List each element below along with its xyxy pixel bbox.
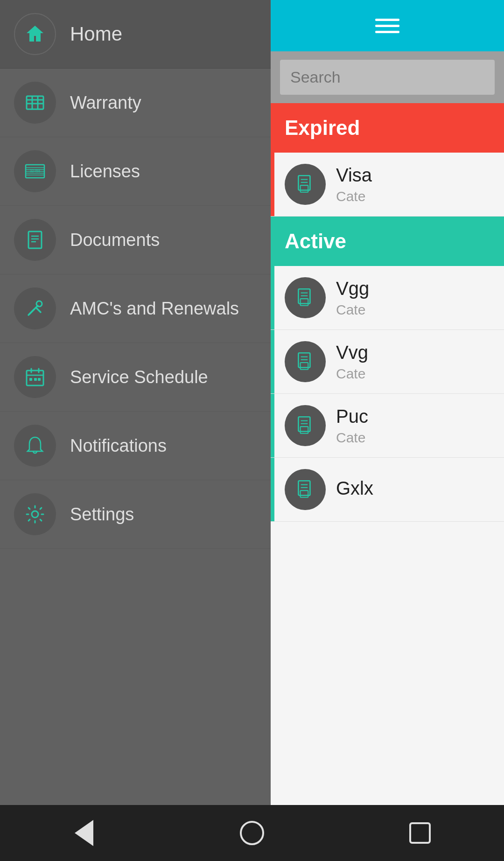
schedule-label: Service Schedule — [70, 367, 208, 387]
bottom-nav — [0, 805, 504, 861]
active-label: Active — [285, 230, 346, 252]
item-text: Visa Cate — [336, 165, 372, 204]
search-bar-container — [271, 51, 504, 103]
settings-icon-circle — [14, 493, 56, 535]
svg-rect-24 — [29, 378, 32, 381]
svg-text:32456: 32456 — [30, 169, 41, 173]
item-text: Vgg Cate — [336, 278, 369, 318]
active-section-header: Active — [271, 217, 504, 266]
svg-line-18 — [29, 309, 34, 314]
item-subtitle: Cate — [336, 366, 368, 382]
sidebar-item-settings[interactable]: Settings — [0, 480, 271, 549]
svg-point-17 — [36, 301, 42, 307]
back-button[interactable] — [68, 817, 100, 849]
documents-icon — [24, 229, 46, 251]
svg-rect-0 — [27, 96, 43, 109]
item-title: Vgg — [336, 278, 369, 299]
item-subtitle: Cate — [336, 430, 368, 446]
home-button[interactable] — [236, 817, 268, 849]
document-item-icon — [294, 286, 317, 309]
sidebar-item-schedule[interactable]: Service Schedule — [0, 343, 271, 412]
item-title: Gxlx — [336, 478, 373, 499]
tools-icon — [24, 297, 46, 320]
warranty-label: Warranty — [70, 93, 141, 113]
item-title: Puc — [336, 406, 368, 427]
calendar-icon — [24, 366, 46, 388]
svg-rect-26 — [38, 378, 41, 381]
svg-rect-41 — [301, 427, 308, 434]
item-title: Visa — [336, 165, 372, 186]
expired-label: Expired — [285, 116, 360, 139]
item-title: Vvg — [336, 342, 368, 363]
search-input[interactable] — [280, 60, 495, 95]
home-label: Home — [70, 23, 122, 45]
home-nav-icon — [240, 821, 264, 845]
svg-line-19 — [36, 308, 41, 312]
document-item-icon — [294, 350, 317, 373]
recents-icon — [409, 822, 431, 844]
sidebar-item-notifications[interactable]: Notifications — [0, 412, 271, 480]
list-item[interactable]: Vvg Cate — [271, 330, 504, 394]
sidebar: Home Warranty — [0, 0, 271, 805]
item-text: Gxlx — [336, 478, 373, 502]
warranty-icon — [24, 91, 46, 114]
home-icon — [24, 23, 46, 45]
list-item[interactable]: Vgg Cate — [271, 266, 504, 330]
svg-rect-29 — [301, 185, 308, 192]
list-item[interactable]: Visa Cate — [271, 153, 504, 217]
svg-rect-12 — [28, 231, 42, 248]
expired-section-header: Expired — [271, 103, 504, 153]
top-bar — [271, 0, 504, 51]
notifications-label: Notifications — [70, 436, 167, 456]
list-item[interactable]: Gxlx — [271, 458, 504, 522]
settings-label: Settings — [70, 504, 134, 525]
content-scroll[interactable]: Expired Visa Cate — [271, 103, 504, 805]
notifications-icon-circle — [14, 425, 56, 467]
licenses-label: Licenses — [70, 161, 140, 182]
svg-point-27 — [32, 511, 38, 518]
menu-button[interactable] — [375, 19, 399, 33]
sidebar-item-licenses[interactable]: 32456 Licenses — [0, 137, 271, 206]
back-icon — [75, 820, 93, 846]
amcs-icon-circle — [14, 287, 56, 329]
licenses-icon: 32456 — [24, 160, 46, 182]
sidebar-item-documents[interactable]: Documents — [0, 206, 271, 274]
documents-label: Documents — [70, 230, 160, 250]
schedule-icon-circle — [14, 356, 56, 398]
hamburger-line-1 — [375, 19, 399, 21]
svg-rect-25 — [34, 378, 37, 381]
item-subtitle: Cate — [336, 189, 372, 204]
recents-button[interactable] — [404, 817, 436, 849]
sidebar-item-warranty[interactable]: Warranty — [0, 69, 271, 137]
document-item-icon — [294, 414, 317, 437]
svg-rect-45 — [301, 490, 308, 497]
right-panel: Expired Visa Cate — [271, 0, 504, 805]
item-subtitle: Cate — [336, 302, 369, 318]
svg-rect-33 — [301, 299, 308, 306]
item-icon-circle — [285, 469, 326, 510]
licenses-icon-circle: 32456 — [14, 150, 56, 192]
hamburger-line-3 — [375, 31, 399, 33]
item-text: Vvg Cate — [336, 342, 368, 382]
documents-icon-circle — [14, 219, 56, 261]
item-icon-circle — [285, 277, 326, 318]
gear-icon — [24, 503, 46, 525]
sidebar-item-amcs[interactable]: AMC's and Renewals — [0, 274, 271, 343]
document-item-icon — [294, 173, 317, 196]
item-icon-circle — [285, 405, 326, 446]
svg-rect-37 — [301, 363, 308, 370]
home-icon-circle — [14, 13, 56, 55]
bell-icon — [24, 434, 46, 457]
item-icon-circle — [285, 164, 326, 205]
sidebar-item-home[interactable]: Home — [0, 0, 271, 69]
amcs-label: AMC's and Renewals — [70, 299, 239, 319]
item-text: Puc Cate — [336, 406, 368, 446]
hamburger-line-2 — [375, 25, 399, 27]
item-icon-circle — [285, 341, 326, 382]
list-item[interactable]: Puc Cate — [271, 394, 504, 458]
warranty-icon-circle — [14, 82, 56, 124]
document-item-icon — [294, 478, 317, 501]
